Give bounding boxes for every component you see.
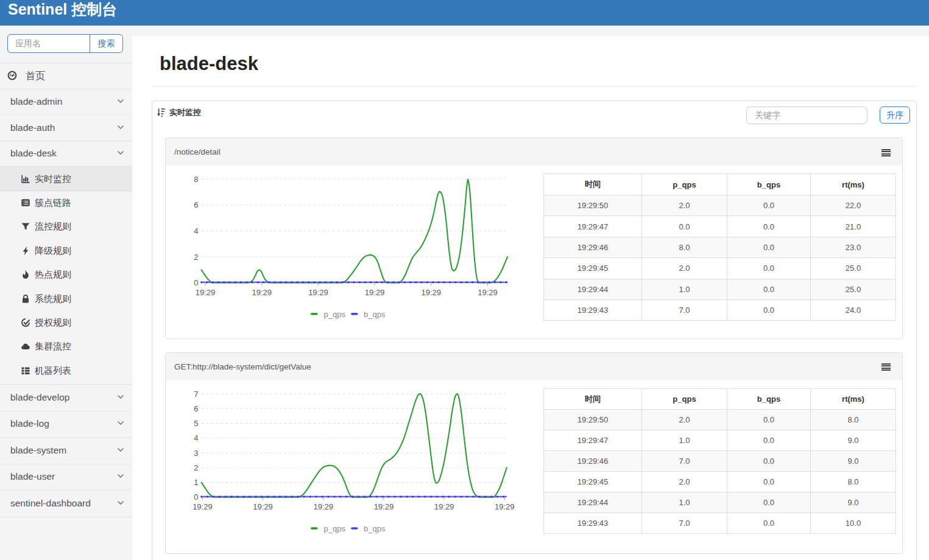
svg-text:b_qps: b_qps: [364, 310, 386, 319]
svg-text:8: 8: [194, 175, 198, 184]
svg-text:19:29: 19:29: [422, 288, 442, 297]
svg-text:p_qps: p_qps: [324, 524, 346, 533]
svg-text:5: 5: [194, 419, 198, 428]
svg-text:2: 2: [194, 253, 198, 262]
svg-text:19:29: 19:29: [478, 288, 498, 297]
svg-text:19:29: 19:29: [434, 502, 454, 511]
svg-text:6: 6: [194, 200, 198, 209]
svg-text:4: 4: [194, 433, 198, 443]
svg-text:3: 3: [194, 449, 198, 458]
svg-text:6: 6: [194, 404, 198, 413]
svg-text:19:29: 19:29: [193, 502, 213, 511]
svg-text:19:29: 19:29: [253, 502, 273, 511]
svg-text:19:29: 19:29: [495, 502, 515, 511]
svg-text:2: 2: [194, 463, 198, 472]
svg-text:7: 7: [194, 390, 198, 399]
svg-text:4: 4: [194, 226, 198, 236]
svg-text:0: 0: [194, 278, 198, 287]
svg-text:p_qps: p_qps: [324, 310, 346, 319]
svg-text:19:29: 19:29: [252, 288, 272, 297]
svg-text:19:29: 19:29: [365, 288, 385, 297]
svg-text:1: 1: [194, 478, 198, 487]
svg-text:19:29: 19:29: [308, 288, 328, 297]
svg-text:19:29: 19:29: [314, 502, 334, 511]
svg-text:19:29: 19:29: [374, 502, 394, 511]
svg-text:19:29: 19:29: [196, 288, 216, 297]
svg-text:0: 0: [194, 492, 198, 502]
svg-text:b_qps: b_qps: [364, 524, 386, 533]
